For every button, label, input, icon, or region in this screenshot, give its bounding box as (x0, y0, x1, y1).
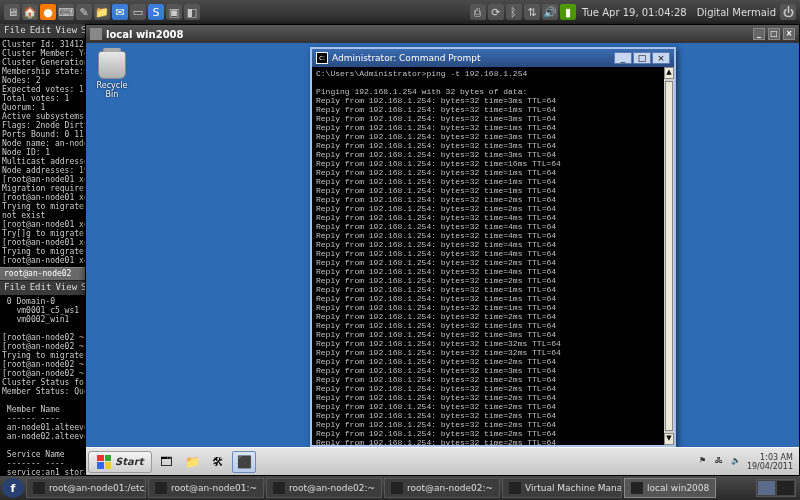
recycle-bin-label: Recycle Bin (94, 81, 130, 99)
windows-flag-icon (97, 455, 111, 469)
gnome-top-panel: 🖥 🏠 ● ⌨ ✎ 📁 ✉ ▭ S ▣ ◧ ⎙ ⟳ ᛒ ⇅ 🔊 ▮ Tue Ap… (0, 0, 800, 24)
window-list: root@an-node01:/etc/...root@an-node01:~r… (26, 478, 756, 498)
gedit-icon[interactable]: ✎ (76, 4, 92, 20)
system-tray: ⎙ ⟳ ᛒ ⇅ 🔊 ▮ (470, 4, 576, 20)
network-icon[interactable]: ⇅ (524, 4, 540, 20)
cmd-maximize-button[interactable]: □ (633, 52, 651, 64)
vm-titlebar[interactable]: local win2008 _ □ × (86, 25, 799, 43)
recycle-bin[interactable]: Recycle Bin (94, 51, 130, 99)
recycle-bin-icon (98, 51, 126, 79)
cmd-scrollbar[interactable]: ▲ ▼ (664, 67, 674, 445)
workspace-switcher[interactable] (756, 479, 796, 497)
home-icon[interactable]: 🏠 (22, 4, 38, 20)
vm-icon (90, 28, 102, 40)
battery-icon[interactable]: ▮ (560, 4, 576, 20)
taskbar-window-button[interactable]: root@an-node02:~ (266, 478, 382, 498)
cmd-title: Administrator: Command Prompt (332, 53, 481, 63)
close-button[interactable]: × (783, 28, 795, 40)
window-icon (631, 482, 643, 494)
skype-icon[interactable]: S (148, 4, 164, 20)
computer-icon[interactable]: 🖥 (4, 4, 20, 20)
workspace: FileEditViewSearch Cluster Id: 31412 Clu… (0, 24, 800, 476)
rdp-icon[interactable]: ▣ (166, 4, 182, 20)
guest-desktop[interactable]: Recycle Bin c: Administrator: Command Pr… (86, 43, 799, 475)
printer-icon[interactable]: ⎙ (470, 4, 486, 20)
taskbar-window-button[interactable]: root@an-node01:~ (148, 478, 264, 498)
tray-clock[interactable]: 1:03 AM 19/04/2011 (747, 453, 793, 471)
top-panel-launchers: 🖥 🏠 ● ⌨ ✎ 📁 ✉ ▭ S ▣ ◧ (4, 4, 200, 20)
windows-taskbar: Start 🗔 📁 🛠 ⬛ ⚑ 🖧 🔈 1:03 AM 19/04/2011 (86, 447, 799, 475)
terminal-icon[interactable]: ⌨ (58, 4, 74, 20)
command-prompt-window[interactable]: c: Administrator: Command Prompt _ □ × C… (310, 47, 676, 447)
update-icon[interactable]: ⟳ (488, 4, 504, 20)
display-icon[interactable]: ▭ (130, 4, 146, 20)
scroll-thumb[interactable] (665, 81, 673, 431)
cmd-icon: c: (316, 52, 328, 64)
firefox-icon[interactable]: ● (40, 4, 56, 20)
bluetooth-icon[interactable]: ᛒ (506, 4, 522, 20)
cmd-minimize-button[interactable]: _ (614, 52, 632, 64)
tray-sound-icon[interactable]: 🔈 (731, 456, 743, 468)
gnome-bottom-panel: f root@an-node01:/etc/...root@an-node01:… (0, 476, 800, 500)
tray-network-icon[interactable]: 🖧 (715, 456, 727, 468)
volume-icon[interactable]: 🔊 (542, 4, 558, 20)
window-icon (33, 482, 45, 494)
window-icon (155, 482, 167, 494)
taskbar-window-button[interactable]: root@an-node02:~ (384, 478, 500, 498)
start-button[interactable]: Start (88, 451, 152, 473)
cmd-output[interactable]: C:\Users\Administrator>ping -t 192.168.1… (312, 67, 664, 445)
clock[interactable]: Tue Apr 19, 01:04:28 (582, 7, 687, 18)
window-icon (509, 482, 521, 494)
windows-tray[interactable]: ⚑ 🖧 🔈 1:03 AM 19/04/2011 (699, 453, 797, 471)
vm-title: local win2008 (106, 29, 184, 40)
scroll-up-button[interactable]: ▲ (664, 67, 674, 79)
ql-server-manager[interactable]: 🛠 (206, 451, 230, 473)
shutdown-icon[interactable]: ⏻ (780, 4, 796, 20)
vm-viewer-window: local win2008 _ □ × Recycle Bin c: Admin… (85, 24, 800, 476)
taskbar-window-button[interactable]: root@an-node01:/etc/... (26, 478, 146, 498)
window-icon (391, 482, 403, 494)
cmd-close-button[interactable]: × (652, 52, 670, 64)
window-icon (273, 482, 285, 494)
ql-explorer[interactable]: 📁 (180, 451, 204, 473)
chat-icon[interactable]: ✉ (112, 4, 128, 20)
taskbar-window-button[interactable]: local win2008 (624, 478, 716, 498)
scroll-down-button[interactable]: ▼ (664, 433, 674, 445)
taskbar-window-button[interactable]: Virtual Machine Mana... (502, 478, 622, 498)
maximize-button[interactable]: □ (768, 28, 780, 40)
ql-show-desktop[interactable]: 🗔 (154, 451, 178, 473)
taskbar-cmd[interactable]: ⬛ (232, 451, 256, 473)
cmd-titlebar[interactable]: c: Administrator: Command Prompt _ □ × (312, 49, 674, 67)
vbox-icon[interactable]: ◧ (184, 4, 200, 20)
minimize-button[interactable]: _ (753, 28, 765, 40)
fedora-menu-button[interactable]: f (2, 478, 24, 498)
tray-flag-icon[interactable]: ⚑ (699, 456, 711, 468)
files-icon[interactable]: 📁 (94, 4, 110, 20)
user-menu[interactable]: Digital Mermaid (697, 7, 776, 18)
